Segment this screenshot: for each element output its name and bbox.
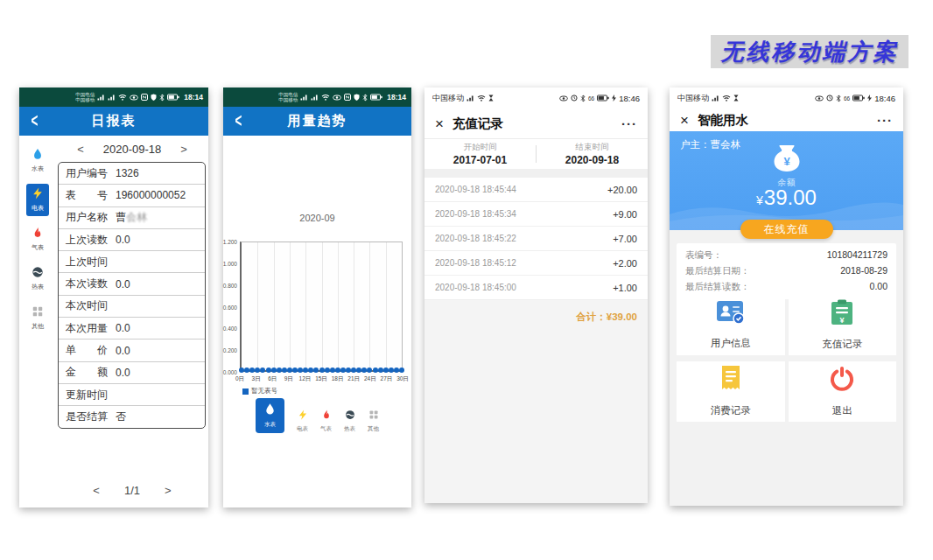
end-date-picker[interactable]: 结束时间 2020-09-18 xyxy=(537,142,648,166)
row-label: 本次时间 xyxy=(66,298,108,313)
recharge-record-row: 2020-09-18 18:45:00 +1.00 xyxy=(424,276,648,300)
shield-icon xyxy=(354,94,360,101)
sidebar-item-气表[interactable]: 气表 xyxy=(26,223,49,256)
menu-card-用户信息[interactable]: 用户信息 xyxy=(677,294,785,355)
list-footer: 合计：¥39.00 xyxy=(424,300,648,503)
gridline xyxy=(386,242,387,370)
page-indicator: 1/1 xyxy=(124,484,140,497)
title-bar: × 充值记录 ··· xyxy=(424,108,648,139)
info-row: 最后结算日期： 2018-08-29 xyxy=(685,265,887,277)
tab-其他[interactable]: 其他 xyxy=(368,408,379,433)
start-date-picker[interactable]: 开始时间 2017-07-01 xyxy=(424,142,536,166)
meter-label: 电表 xyxy=(32,204,44,213)
legend-label: 暂无表号 xyxy=(251,387,277,396)
sidebar-item-水表[interactable]: 水表 xyxy=(26,144,49,177)
back-button[interactable]: < xyxy=(235,108,242,131)
row-value: 0.0 xyxy=(116,367,130,379)
prev-page-button[interactable]: < xyxy=(93,484,100,497)
alarm-icon xyxy=(571,94,578,102)
sidebar-item-其他[interactable]: 其他 xyxy=(26,302,49,334)
sidebar-item-电表[interactable]: 电表 xyxy=(26,184,49,216)
meter-label: 气表 xyxy=(32,243,44,252)
chart-area: 2020-09 1.2001.0000.8000.6000.4000.2000.… xyxy=(223,136,411,508)
online-recharge-button[interactable]: 在线充值 xyxy=(740,220,833,239)
table-row: 用户名称 曹会林 xyxy=(59,207,205,229)
tab-水表[interactable]: 水表 xyxy=(256,398,284,433)
row-label: 表 号 xyxy=(66,188,108,203)
phone-recharge-records: 中国移动 66 18:46 × 充值记录 ··· 开始时间 2017-07-01 xyxy=(424,88,648,503)
hourglass-icon xyxy=(488,94,494,102)
y-tick-label: 1.200 xyxy=(223,239,237,245)
nfc-icon xyxy=(344,94,351,101)
phone-smart-water: 中国移动 66 18:46 × 智能用水 ··· 户主：曹会林 ¥ 余额 xyxy=(670,88,903,506)
gridline xyxy=(305,242,306,370)
status-bar: 中国移动 66 18:46 xyxy=(424,88,648,108)
row-label: 金 额 xyxy=(66,365,108,380)
row-value: 196000000052 xyxy=(116,189,186,201)
x-tick-label: 30日 xyxy=(396,375,409,383)
sidebar-item-热表[interactable]: 热表 xyxy=(26,262,49,295)
charging-icon xyxy=(612,94,616,102)
data-point xyxy=(340,368,346,373)
meter-label: 水表 xyxy=(32,164,44,173)
row-label: 更新时间 xyxy=(66,388,108,402)
y-axis-labels: 1.2001.0000.8000.6000.4000.2000.000 xyxy=(223,242,238,372)
table-row: 单 价 0.0 xyxy=(59,340,205,361)
battery-icon xyxy=(597,94,609,102)
row-label: 本次读数 xyxy=(66,276,108,291)
recharge-record-row: 2020-09-18 18:45:34 +9.00 xyxy=(424,202,648,227)
record-time: 2020-09-18 18:45:44 xyxy=(435,185,516,194)
heat-meter-icon xyxy=(345,408,355,424)
carrier-label: 中国移动 xyxy=(432,93,464,104)
row-value: 0.0 xyxy=(116,278,130,290)
tab-电表[interactable]: 电表 xyxy=(297,408,308,433)
row-value: 0.0 xyxy=(116,234,130,246)
wifi-icon xyxy=(118,94,127,101)
clock-time: 18:46 xyxy=(874,94,895,103)
recharge-record-row: 2020-09-18 18:45:44 +20.00 xyxy=(424,178,648,202)
data-point xyxy=(399,368,404,373)
menu-label: 退出 xyxy=(832,404,852,417)
battery-percent: 66 xyxy=(844,95,850,102)
more-menu-icon[interactable]: ··· xyxy=(877,113,893,128)
close-icon[interactable]: × xyxy=(680,113,689,128)
consume-record-icon xyxy=(719,365,742,396)
gridline xyxy=(338,242,339,370)
meter-label: 其他 xyxy=(368,425,379,433)
next-page-button[interactable]: > xyxy=(165,484,172,497)
data-point xyxy=(249,368,255,373)
menu-card-退出[interactable]: 退出 xyxy=(789,361,897,423)
y-tick-label: 1.000 xyxy=(223,260,237,266)
menu-card-消费记录[interactable]: 消费记录 xyxy=(677,361,785,423)
wifi-icon xyxy=(477,94,486,102)
divider xyxy=(424,169,648,178)
table-row: 上次时间 xyxy=(59,251,205,273)
row-value: 否 xyxy=(116,410,126,424)
banner: 无线移动端方案 xyxy=(711,35,908,68)
page-title: 日报表 xyxy=(92,113,137,130)
menu-card-充值记录[interactable]: ¥ 充值记录 xyxy=(789,294,897,355)
data-point xyxy=(319,368,325,373)
eye-icon xyxy=(559,95,568,102)
data-point xyxy=(361,368,367,373)
back-button[interactable]: < xyxy=(31,108,38,131)
eye-icon xyxy=(815,95,824,102)
info-label: 最后结算读数： xyxy=(685,281,750,293)
close-icon[interactable]: × xyxy=(435,116,444,131)
charging-icon xyxy=(867,94,872,102)
electric-meter-icon xyxy=(32,187,44,203)
tab-热表[interactable]: 热表 xyxy=(344,408,355,433)
other-meter-icon xyxy=(32,305,44,321)
record-amount: +2.00 xyxy=(613,258,637,269)
more-menu-icon[interactable]: ··· xyxy=(621,116,637,131)
table-row: 表 号 196000000052 xyxy=(59,185,205,206)
prev-date-button[interactable]: < xyxy=(77,143,84,156)
gridline xyxy=(290,242,291,370)
tab-气表[interactable]: 气表 xyxy=(320,408,332,433)
x-tick-label: 12日 xyxy=(299,375,312,383)
next-date-button[interactable]: > xyxy=(180,143,187,156)
daily-report-table: 用户编号 1326 表 号 196000000052 用户名称 曹会林 上次读数… xyxy=(58,162,206,429)
total-amount: 合计：¥39.00 xyxy=(576,312,637,322)
meter-info-card: 表编号： 101804211729 最后结算日期： 2018-08-29 最后结… xyxy=(677,243,896,299)
row-label: 是否结算 xyxy=(66,410,108,424)
